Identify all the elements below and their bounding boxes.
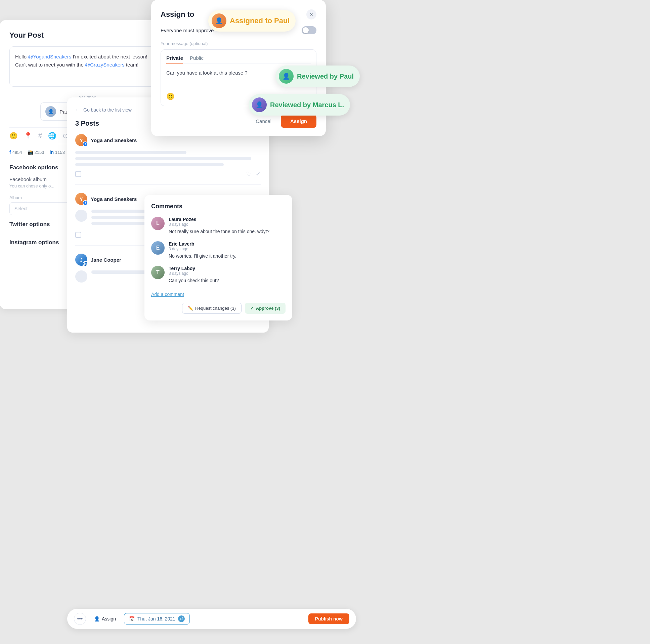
toggle-knob	[303, 27, 309, 33]
cancel-button[interactable]: Cancel	[250, 114, 277, 128]
comment-body-3: Terry Laboy 3 days ago Can you check thi…	[169, 266, 286, 284]
user-icon: 👤	[94, 616, 100, 621]
modal-title: Assign to	[160, 10, 194, 19]
commenter-avatar-2: E	[151, 241, 165, 255]
skeleton-title	[75, 151, 186, 154]
approve-label: Approve (3)	[256, 306, 280, 311]
date-badge: +2	[178, 615, 185, 622]
brand-name-3: Jane Cooper	[91, 257, 121, 263]
assignee-avatar: 👤	[45, 106, 56, 117]
mention-1: @YogandSneakers	[28, 54, 71, 60]
comment-time-3: 3 days ago	[169, 271, 286, 276]
facebook-stat: f 4954	[9, 149, 22, 155]
brand-avatar-1: Y f	[75, 134, 87, 146]
linkedin-icon: in	[50, 149, 54, 155]
comments-title: Comments	[151, 203, 286, 210]
calendar-icon: 📅	[129, 616, 135, 621]
mention-2: @CrazySneakers	[85, 62, 124, 68]
brand-avatar-3: J in	[75, 254, 87, 266]
modal-assign-button[interactable]: Assign	[281, 114, 317, 128]
everyone-label: Everyone must approve	[160, 28, 214, 33]
check-icon-1[interactable]: ✓	[256, 170, 261, 178]
comment-text-3: Can you check this out?	[169, 277, 286, 284]
reviewed-paul-avatar: 👤	[279, 69, 294, 84]
commenter-avatar-3: T	[151, 266, 165, 279]
skeleton-body-2	[75, 163, 224, 166]
post-text-content: Hello @YogandSneakers I'm excited about …	[9, 46, 165, 87]
post-panel-title: Your Post	[9, 31, 165, 40]
commenter-name-3: Terry Laboy	[169, 266, 286, 271]
instagram-stat: 📸 2153	[28, 149, 44, 155]
emoji-icon[interactable]: 🙂	[9, 132, 18, 140]
commenter-avatar-1: L	[151, 217, 165, 230]
comment-item: T Terry Laboy 3 days ago Can you check t…	[151, 266, 286, 284]
linkedin-stat: in 1153	[50, 149, 65, 155]
brand-name-2: Yoga and Sneakers	[91, 196, 137, 202]
facebook-icon: f	[9, 149, 11, 155]
facebook-count: 4954	[12, 150, 22, 155]
globe-icon[interactable]: 🌐	[48, 132, 57, 140]
comment-time-1: 3 days ago	[169, 222, 286, 227]
date-label: Thu, Jan 16, 2021	[137, 616, 175, 621]
comment-body-2: Eric Laverb 3 days ago No worries. I'll …	[169, 241, 286, 260]
brand-avatar-2: Y f	[75, 193, 87, 205]
modal-actions: Cancel Assign	[160, 114, 317, 128]
pencil-icon: ✏️	[188, 306, 193, 311]
commenter-name-2: Eric Laverb	[169, 241, 286, 247]
back-arrow-icon: ←	[75, 107, 81, 113]
assigned-notification: 👤 Assigned to Paul	[208, 10, 296, 32]
comment-text-1: Not really sure about the tone on this o…	[169, 228, 286, 235]
everyone-toggle[interactable]	[302, 26, 317, 34]
approve-button[interactable]: ✓ Approve (3)	[245, 303, 286, 314]
tab-private[interactable]: Private	[166, 55, 183, 64]
close-modal-button[interactable]: ✕	[306, 9, 317, 20]
skeleton-body-1	[75, 157, 251, 160]
comment-item: L Laura Pozes 3 days ago Not really sure…	[151, 217, 286, 235]
message-tabs: Private Public	[166, 55, 311, 64]
select-placeholder: Select	[14, 206, 28, 211]
assign-label: Assign	[102, 616, 116, 621]
fb-badge-2: f	[83, 200, 88, 206]
commenter-name-1: Laura Pozes	[169, 217, 286, 222]
checkbox-2[interactable]	[75, 232, 81, 238]
hashtag-icon[interactable]: #	[38, 132, 42, 140]
add-comment-link[interactable]: Add a comment	[151, 292, 184, 297]
fb-badge: f	[83, 141, 88, 147]
list-item: Y f Yoga and Sneakers ♡ ✓	[75, 134, 261, 185]
reviewed-marcus-avatar: 👤	[252, 98, 267, 112]
checkbox-1[interactable]	[75, 171, 81, 177]
comment-body-1: Laura Pozes 3 days ago Not really sure a…	[169, 217, 286, 235]
comment-item: E Eric Laverb 3 days ago No worries. I'l…	[151, 241, 286, 260]
location-icon[interactable]: 📍	[24, 132, 32, 140]
review-actions: ✏️ Request changes (3) ✓ Approve (3)	[151, 303, 286, 314]
comment-text-2: No worries. I'll give it another try.	[169, 253, 286, 260]
heart-icon-1[interactable]: ♡	[246, 170, 252, 178]
assign-button[interactable]: 👤 Assign	[90, 614, 120, 623]
comments-panel: Comments L Laura Pozes 3 days ago Not re…	[144, 195, 292, 321]
message-label: Your message (optional)	[160, 41, 317, 46]
skeleton-img	[75, 210, 87, 222]
checkmark-icon: ✓	[250, 306, 254, 311]
tab-public[interactable]: Public	[190, 55, 204, 64]
album-select[interactable]: Select	[9, 202, 77, 215]
brand-name-1: Yoga and Sneakers	[91, 137, 137, 143]
reviewed-marcus-notification: 👤 Reviewed by Marcus L.	[249, 94, 350, 115]
assigned-avatar: 👤	[212, 13, 226, 28]
assigned-text: Assigned to Paul	[230, 16, 290, 25]
reviewed-paul-notification: 👤 Reviewed by Paul	[276, 66, 360, 87]
skeleton-img-3	[75, 271, 87, 283]
reviewed-paul-text: Reviewed by Paul	[297, 73, 354, 80]
date-button[interactable]: 📅 Thu, Jan 16, 2021 +2	[124, 613, 190, 624]
request-changes-label: Request changes (3)	[195, 306, 236, 311]
linkedin-count: 1153	[55, 150, 65, 155]
request-changes-button[interactable]: ✏️ Request changes (3)	[182, 303, 242, 314]
comment-time-2: 3 days ago	[169, 247, 286, 251]
action-bar: ••• 👤 Assign 📅 Thu, Jan 16, 2021 +2 Publ…	[67, 609, 356, 629]
reviewed-marcus-text: Reviewed by Marcus L.	[270, 101, 344, 109]
instagram-count: 2153	[35, 150, 44, 155]
instagram-icon: 📸	[28, 149, 33, 155]
more-button[interactable]: •••	[74, 613, 86, 625]
li-badge: in	[83, 261, 88, 266]
back-label: Go back to the list view	[83, 107, 132, 112]
publish-now-button[interactable]: Publish now	[309, 613, 349, 624]
